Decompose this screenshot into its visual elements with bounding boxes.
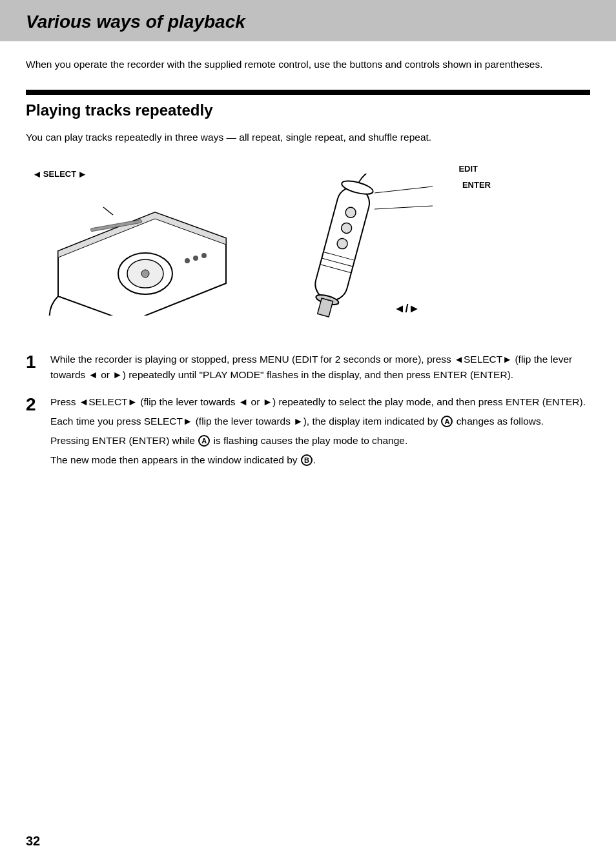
step-1: 1 While the recorder is playing or stopp… — [26, 352, 590, 383]
page: Various ways of playback When you operat… — [0, 0, 616, 868]
arrow-r3: ► — [293, 416, 303, 427]
step-1-content: While the recorder is playing or stopped… — [50, 352, 590, 383]
step-2-p3: Pressing ENTER (ENTER) while A is flashi… — [50, 433, 590, 449]
step-2-p2: Each time you press SELECT► (flip the le… — [50, 414, 590, 429]
svg-point-4 — [141, 270, 149, 278]
step-2-p1: Press ◄SELECT► (flip the lever towards ◄… — [50, 394, 590, 410]
circle-b-1: B — [301, 454, 313, 466]
circle-a-1: A — [441, 416, 453, 427]
arrow-left2: ◄ — [238, 396, 248, 407]
arrow-left-sym: ◄ — [88, 369, 98, 380]
arrow-right2: ► — [263, 396, 272, 407]
svg-point-7 — [201, 253, 207, 258]
arrow-sel-r3: ► — [183, 416, 192, 427]
select-label: ◄SELECT► — [32, 168, 87, 179]
svg-line-21 — [375, 206, 433, 209]
step-1-number: 1 — [26, 353, 50, 371]
svg-point-6 — [193, 256, 198, 261]
steps-container: 1 While the recorder is playing or stopp… — [26, 352, 590, 472]
section-desc: You can play tracks repeatedly in three … — [26, 130, 590, 145]
select-arrow-right: ► — [77, 168, 87, 179]
intro-text: When you operate the recorder with the s… — [26, 57, 590, 72]
svg-point-5 — [185, 258, 190, 263]
section-divider — [26, 90, 590, 95]
arrow-select-left: ◄ — [454, 352, 464, 367]
recorder-diagram: ◄SELECT► MENU/ ENTER — [26, 161, 271, 328]
title-bar: Various ways of playback — [0, 0, 616, 41]
circle-a-2: A — [198, 435, 210, 447]
svg-line-9 — [103, 207, 113, 215]
content-area: When you operate the recorder with the s… — [0, 57, 616, 472]
remote-diagram: EDIT ENTER ◄/► — [284, 161, 529, 328]
arrow-right-sym: ► — [112, 369, 122, 380]
section-title: Playing tracks repeatedly — [26, 101, 590, 119]
select-text: SELECT — [43, 169, 76, 179]
step-2-p4: The new mode then appears in the window … — [50, 452, 590, 468]
svg-line-20 — [375, 187, 433, 193]
select-arrow-left: ◄ — [32, 168, 42, 179]
arrow-sel-right2: ► — [128, 396, 138, 407]
remote-illustration — [291, 174, 484, 322]
edit-label: EDIT — [458, 164, 478, 174]
edit-text: EDIT — [458, 164, 478, 174]
step-2-number: 2 — [26, 396, 50, 414]
page-title: Various ways of playback — [26, 12, 590, 32]
diagram-area: ◄SELECT► MENU/ ENTER — [26, 161, 590, 328]
page-number: 32 — [26, 834, 40, 849]
recorder-illustration — [26, 180, 239, 316]
arrow-select-right: ► — [502, 352, 512, 367]
step-2-content: Press ◄SELECT► (flip the lever towards ◄… — [50, 394, 590, 472]
step-2: 2 Press ◄SELECT► (flip the lever towards… — [26, 394, 590, 472]
arrow-sel-left2: ◄ — [79, 396, 88, 407]
